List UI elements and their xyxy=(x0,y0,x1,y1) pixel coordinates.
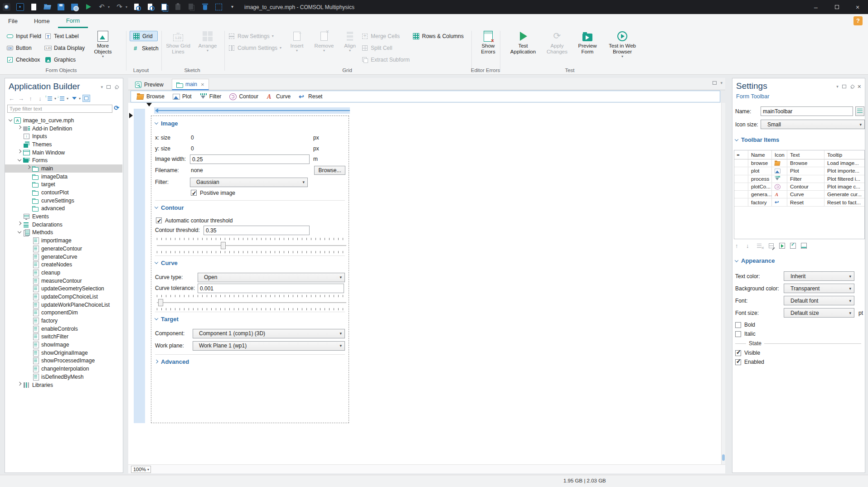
filter-combobox[interactable]: Gaussian▾ xyxy=(190,178,308,187)
tree-item-createNodes[interactable]: createNodes xyxy=(5,260,122,269)
tree-item-Themes[interactable]: Themes xyxy=(5,140,122,149)
tree-item-updateGeometrySelection[interactable]: updateGeometrySelection xyxy=(5,284,122,293)
test-application-button[interactable]: Test Application xyxy=(506,29,540,55)
item-tooltip-cell[interactable]: Plot importe... xyxy=(824,167,863,174)
paste-icon[interactable] xyxy=(174,3,182,11)
refresh-icon[interactable]: ⟳ xyxy=(114,104,119,111)
tree-item-generateCurve[interactable]: generateCurve xyxy=(5,253,122,261)
toolbar-item-row-reset[interactable]: factoryResetReset to fact... xyxy=(734,198,864,206)
toolbar-button-reset[interactable]: Reset xyxy=(296,92,325,101)
background-color-combobox[interactable]: Transparent▾ xyxy=(784,284,854,293)
open-file-icon[interactable] xyxy=(44,3,51,11)
item-text-cell[interactable]: Browse xyxy=(787,159,824,167)
find-icon[interactable] xyxy=(133,3,141,11)
move-up-icon[interactable]: ↑ xyxy=(27,95,34,102)
column-settings-button[interactable]: Column Settings▾ xyxy=(228,43,281,53)
item-icon-cell[interactable] xyxy=(772,191,787,198)
row-marker-icon[interactable] xyxy=(129,113,133,118)
tree-item-showProcessedImage[interactable]: showProcessedImage xyxy=(5,357,122,365)
browse-button[interactable]: Browse... xyxy=(314,166,345,175)
tree-item-componentDim[interactable]: componentDim xyxy=(5,309,122,317)
save-find-icon[interactable] xyxy=(71,3,78,11)
insert-button[interactable]: Insert▾ xyxy=(285,29,309,53)
positive-image-checkbox[interactable] xyxy=(191,190,197,196)
item-text-cell[interactable]: Plot xyxy=(787,167,824,174)
component-combobox[interactable]: Component 1 (comp1) (3D)▾ xyxy=(193,329,345,338)
slider-thumb[interactable] xyxy=(221,242,226,249)
icon-size-combobox[interactable]: Small▾ xyxy=(761,120,865,129)
image-width-input[interactable] xyxy=(190,154,310,164)
edit-name-button[interactable] xyxy=(855,106,864,116)
item-name-cell[interactable]: genera... xyxy=(748,191,772,198)
toolbar-button-curve[interactable]: Curve xyxy=(263,92,294,101)
move-down-icon[interactable]: ↓ xyxy=(36,95,44,102)
tab-home[interactable]: Home xyxy=(26,14,58,28)
curve-tolerance-input[interactable] xyxy=(198,284,344,293)
column-header-icon[interactable]: Icon xyxy=(772,150,787,159)
item-name-cell[interactable]: factory xyxy=(748,198,772,206)
tab-file[interactable]: File xyxy=(0,14,26,28)
dropdown-caret-icon[interactable]: ▾ xyxy=(79,96,81,101)
collapse-all-icon[interactable] xyxy=(58,95,66,102)
tree-item-imageData[interactable]: imageData xyxy=(5,173,122,181)
toolbar-item-row-contour[interactable]: plotCo...ContourPlot image c... xyxy=(734,183,864,191)
back-icon[interactable]: ← xyxy=(8,95,15,102)
item-icon-cell[interactable] xyxy=(772,198,787,206)
item-text-cell[interactable]: Curve xyxy=(787,191,824,198)
tree-item-contourPlot[interactable]: contourPlot xyxy=(5,188,122,197)
show-grid-lines-button[interactable]: Show Grid Lines xyxy=(164,29,192,55)
dropdown-caret-icon[interactable]: ▾ xyxy=(108,5,110,9)
item-name-cell[interactable]: browse xyxy=(748,159,772,167)
tree-item-Declarations[interactable]: Declarations xyxy=(5,221,122,229)
tree-item-cleanup[interactable]: cleanup xyxy=(5,269,122,277)
column-marker-icon[interactable] xyxy=(146,103,152,106)
curve-type-combobox[interactable]: Open▾ xyxy=(198,273,345,282)
editor-menu-icon[interactable]: ▾ xyxy=(720,81,723,85)
tree-item-factory[interactable]: factory xyxy=(5,317,122,325)
row-settings-button[interactable]: Row Settings▾ xyxy=(228,31,274,41)
input-field-button[interactable]: Input Field xyxy=(6,31,41,41)
item-name-cell[interactable]: plotCo... xyxy=(748,183,772,190)
tree-item-importImage[interactable]: importImage xyxy=(5,236,122,245)
item-tooltip-cell[interactable]: Plot image c... xyxy=(824,183,863,190)
tree-item-Inputs[interactable]: Inputs xyxy=(5,132,122,140)
tree-item-measureContour[interactable]: measureContour xyxy=(5,277,122,285)
tree-item-generateContour[interactable]: generateContour xyxy=(5,245,122,253)
expand-all-icon[interactable] xyxy=(46,95,53,102)
italic-checkbox[interactable] xyxy=(735,331,741,337)
work-plane-combobox[interactable]: Work Plane 1 (wp1)▾ xyxy=(193,341,345,351)
close-tab-icon[interactable]: × xyxy=(201,81,204,88)
delete-item-icon[interactable] xyxy=(757,242,764,249)
copy-icon[interactable] xyxy=(160,3,168,11)
section-contour[interactable]: Contour xyxy=(155,204,184,211)
panel-menu-icon[interactable]: ▾ xyxy=(836,84,839,89)
tree-item-Methods[interactable]: Methods xyxy=(5,229,122,237)
section-target[interactable]: Target xyxy=(155,315,179,323)
toolbar-button-contour[interactable]: Contour xyxy=(226,92,262,101)
tree-item-showOriginalImage[interactable]: showOriginalImage xyxy=(5,349,122,357)
close-button[interactable]: × xyxy=(847,0,868,14)
text-color-combobox[interactable]: Inherit▾ xyxy=(784,271,854,281)
split-cell-button[interactable]: Split Cell xyxy=(361,43,392,53)
show-errors-button[interactable]: Show Errors xyxy=(475,29,501,55)
slider-track[interactable] xyxy=(157,241,346,250)
toolbar-button-plot[interactable]: Plot xyxy=(170,92,195,101)
float-panel-icon[interactable] xyxy=(107,85,111,89)
arrange-button[interactable]: Arrange▾ xyxy=(195,29,220,53)
test-web-browser-button[interactable]: Test in Web Browser▾ xyxy=(604,29,641,58)
item-icon-cell[interactable] xyxy=(772,183,787,190)
save-icon[interactable] xyxy=(57,3,65,11)
toolbar-item-row-plot[interactable]: plotPlotPlot importe... xyxy=(734,167,864,175)
graphics-button[interactable]: Graphics xyxy=(44,55,76,65)
move-down-icon[interactable]: ↓ xyxy=(746,242,753,249)
preview-form-button[interactable]: Preview Form xyxy=(573,29,602,55)
tree-item-isDefinedByMesh[interactable]: isDefinedByMesh xyxy=(5,373,122,381)
item-tooltip-cell[interactable]: Load image... xyxy=(824,159,863,167)
add-item-icon[interactable] xyxy=(779,242,786,249)
toolbar-items-table[interactable]: ▸▸ Name Icon Text Tooltip browseBrowseLo… xyxy=(734,150,865,239)
sketch-toggle-button[interactable]: Sketch xyxy=(130,43,158,53)
item-text-cell[interactable]: Contour xyxy=(787,183,824,190)
enabled-checkbox[interactable] xyxy=(735,359,741,365)
section-image[interactable]: Image xyxy=(155,120,178,127)
add-separator-icon[interactable] xyxy=(800,242,807,249)
